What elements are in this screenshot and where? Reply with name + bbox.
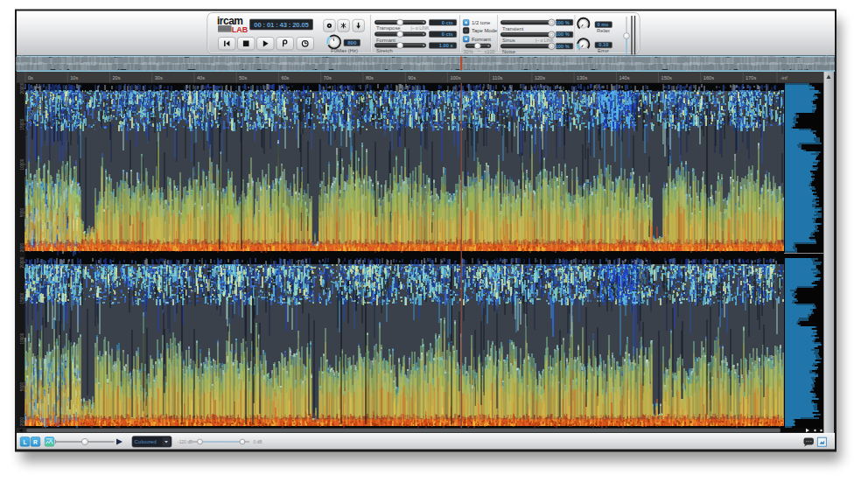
svg-text:0s: 0s — [28, 75, 33, 80]
svg-text:Error: Error — [598, 48, 609, 53]
svg-text:1/2 tone: 1/2 tone — [472, 20, 491, 25]
svg-text:Stretch: Stretch — [376, 48, 393, 53]
svg-text:F0Max (Hz): F0Max (Hz) — [331, 48, 358, 53]
svg-text:40s: 40s — [197, 75, 205, 80]
svg-text:x100: x100 — [485, 49, 495, 54]
svg-text:0 cts: 0 cts — [442, 20, 453, 25]
svg-text:50s: 50s — [239, 75, 247, 80]
svg-text:100 %: 100 % — [556, 31, 570, 37]
svg-text:LAB: LAB — [232, 25, 248, 34]
svg-text:100s: 100s — [450, 75, 460, 80]
svg-text:15000: 15000 — [20, 118, 24, 129]
svg-text:5000: 5000 — [20, 207, 24, 217]
svg-text:Noise: Noise — [502, 49, 516, 54]
svg-text:2000: 2000 — [20, 242, 24, 252]
svg-text:160s: 160s — [704, 75, 714, 80]
svg-text:0 ms: 0 ms — [597, 22, 608, 27]
svg-text:Tape Mode: Tape Mode — [472, 28, 498, 33]
svg-text:110s: 110s — [493, 75, 503, 80]
svg-text:150s: 150s — [662, 75, 672, 80]
svg-text:80s: 80s — [366, 75, 374, 80]
svg-text:60s: 60s — [281, 75, 289, 80]
svg-text:0 dB: 0 dB — [254, 440, 262, 444]
svg-text:2000: 2000 — [20, 416, 24, 426]
svg-text:30s: 30s — [155, 75, 163, 80]
svg-text:15000: 15000 — [20, 292, 24, 304]
svg-text:-120 dB: -120 dB — [178, 440, 192, 444]
svg-text:Relax: Relax — [597, 28, 610, 33]
svg-text:170s: 170s — [746, 75, 756, 80]
svg-text:130s: 130s — [577, 75, 587, 80]
svg-text:70s: 70s — [324, 75, 332, 80]
svg-text:-inf: -inf — [780, 75, 788, 80]
svg-text:20000: 20000 — [20, 82, 24, 94]
svg-text:10s: 10s — [70, 75, 78, 80]
svg-text:Coloured: Coloured — [135, 438, 158, 444]
svg-text:20000: 20000 — [20, 256, 24, 268]
svg-text:140s: 140s — [619, 75, 629, 80]
svg-text:1.00 x: 1.00 x — [439, 43, 454, 48]
svg-text:10000: 10000 — [20, 332, 24, 344]
svg-text:Formant: Formant — [376, 38, 396, 43]
svg-text:100 %: 100 % — [556, 44, 570, 49]
svg-text:20s: 20s — [113, 75, 121, 80]
svg-text:Transpose: Transpose — [376, 25, 401, 31]
svg-text:|– o LINK: |– o LINK — [411, 25, 430, 31]
svg-text:0 cts: 0 cts — [442, 31, 453, 37]
svg-text:90s: 90s — [408, 75, 416, 80]
svg-text:Transient: Transient — [502, 26, 524, 31]
svg-text:|– o LINK: |– o LINK — [536, 38, 554, 43]
svg-text:0.10: 0.10 — [598, 42, 608, 47]
svg-text:Sinus: Sinus — [502, 38, 515, 43]
svg-text:Formant: Formant — [472, 37, 491, 42]
svg-text:00 : 01 : 43 : 20.05: 00 : 01 : 43 : 20.05 — [254, 21, 309, 29]
svg-text:5000: 5000 — [20, 381, 24, 391]
svg-text:L: L — [23, 439, 26, 445]
svg-text:R: R — [33, 439, 38, 445]
svg-text:800: 800 — [347, 39, 357, 45]
svg-text:10000: 10000 — [20, 158, 24, 170]
svg-text:30%: 30% — [464, 49, 473, 54]
svg-text:100 %: 100 % — [556, 20, 570, 25]
svg-text:120s: 120s — [535, 75, 545, 80]
